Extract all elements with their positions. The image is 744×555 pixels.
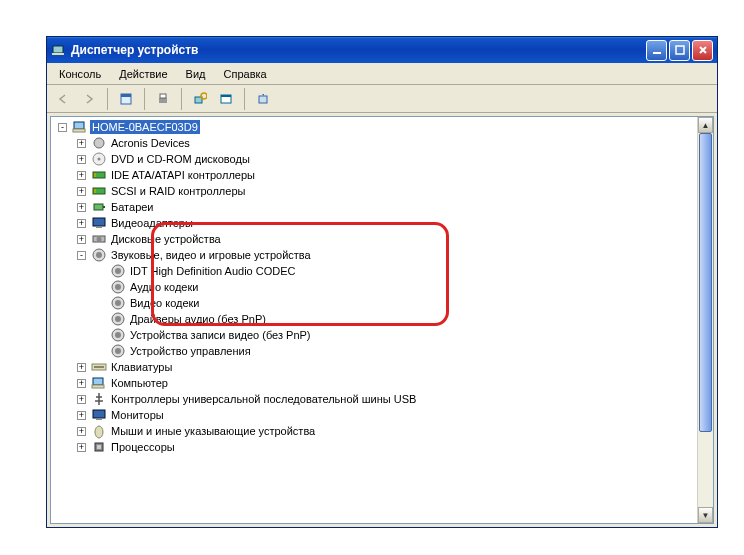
scroll-track[interactable] <box>698 133 713 507</box>
node-label[interactable]: HOME-0BAECF03D9 <box>90 120 200 134</box>
titlebar[interactable]: Диспетчер устройств <box>47 37 717 63</box>
tree-device[interactable]: Аудио кодеки <box>53 279 697 295</box>
tree-device[interactable]: Драйверы аудио (без PnP) <box>53 311 697 327</box>
tree-category[interactable]: +SCSI и RAID контроллеры <box>53 183 697 199</box>
node-label[interactable]: Процессоры <box>109 440 177 454</box>
tree-device[interactable]: Устройства записи видео (без PnP) <box>53 327 697 343</box>
tree-category[interactable]: +Компьютер <box>53 375 697 391</box>
keyboard-icon <box>91 359 107 375</box>
sound-icon <box>110 263 126 279</box>
tree-device[interactable]: Устройство управления <box>53 343 697 359</box>
node-label[interactable]: IDT High Definition Audio CODEC <box>128 264 297 278</box>
expander[interactable]: + <box>77 235 86 244</box>
node-label[interactable]: Мыши и иные указывающие устройства <box>109 424 317 438</box>
menu-help[interactable]: Справка <box>216 66 275 82</box>
svg-rect-22 <box>94 204 103 210</box>
node-label[interactable]: Дисковые устройства <box>109 232 223 246</box>
maximize-button[interactable] <box>669 40 690 61</box>
tree-category[interactable]: +Процессоры <box>53 439 697 455</box>
tree-category[interactable]: +Контроллеры универсальной последователь… <box>53 391 697 407</box>
expander[interactable]: + <box>77 443 86 452</box>
node-label[interactable]: Устройство управления <box>128 344 253 358</box>
node-label[interactable]: Видеоадаптеры <box>109 216 195 230</box>
scroll-thumb[interactable] <box>699 133 712 432</box>
expander[interactable]: + <box>77 203 86 212</box>
expander[interactable]: + <box>77 427 86 436</box>
svg-rect-21 <box>94 189 96 193</box>
expander[interactable]: + <box>77 171 86 180</box>
expander[interactable]: + <box>77 187 86 196</box>
svg-rect-46 <box>93 410 105 418</box>
close-button[interactable] <box>692 40 713 61</box>
node-label[interactable]: Батареи <box>109 200 156 214</box>
expander[interactable]: - <box>77 251 86 260</box>
tree-root[interactable]: -HOME-0BAECF03D9 <box>53 119 697 135</box>
print-button[interactable] <box>151 87 175 111</box>
menu-console[interactable]: Консоль <box>51 66 109 82</box>
tree-category[interactable]: +Дисковые устройства <box>53 231 697 247</box>
expander[interactable]: + <box>77 155 86 164</box>
tree-category[interactable]: +Мониторы <box>53 407 697 423</box>
node-label[interactable]: Устройства записи видео (без PnP) <box>128 328 313 342</box>
svg-rect-13 <box>74 122 84 129</box>
toolbar <box>47 85 717 113</box>
expander[interactable]: - <box>58 123 67 132</box>
battery-icon <box>91 199 107 215</box>
sound-icon <box>110 311 126 327</box>
menu-view[interactable]: Вид <box>178 66 214 82</box>
node-label[interactable]: SCSI и RAID контроллеры <box>109 184 247 198</box>
expander[interactable]: + <box>77 363 86 372</box>
node-label[interactable]: DVD и CD-ROM дисководы <box>109 152 252 166</box>
svg-rect-3 <box>676 46 684 54</box>
properties-button[interactable] <box>114 87 138 111</box>
svg-point-37 <box>115 316 121 322</box>
node-label[interactable]: Acronis Devices <box>109 136 192 150</box>
node-label[interactable]: Мониторы <box>109 408 166 422</box>
svg-rect-2 <box>653 52 661 54</box>
node-label[interactable]: Компьютер <box>109 376 170 390</box>
tree-category[interactable]: +Клавиатуры <box>53 359 697 375</box>
tree-category[interactable]: +Батареи <box>53 199 697 215</box>
scan-hardware-button[interactable] <box>188 87 212 111</box>
tree-category[interactable]: +Мыши и иные указывающие устройства <box>53 423 697 439</box>
node-label[interactable]: Видео кодеки <box>128 296 202 310</box>
node-label[interactable]: Звуковые, видео и игровые устройства <box>109 248 313 262</box>
tree-category[interactable]: +DVD и CD-ROM дисководы <box>53 151 697 167</box>
cd-icon <box>91 151 107 167</box>
tree-category[interactable]: +Acronis Devices <box>53 135 697 151</box>
node-label[interactable]: Аудио кодеки <box>128 280 200 294</box>
device-tree[interactable]: -HOME-0BAECF03D9+Acronis Devices+DVD и C… <box>51 117 697 523</box>
svg-point-15 <box>94 138 104 148</box>
vertical-scrollbar[interactable]: ▲ ▼ <box>697 117 713 523</box>
scroll-up-button[interactable]: ▲ <box>698 117 713 133</box>
expander[interactable]: + <box>77 379 86 388</box>
sound-icon <box>110 343 126 359</box>
back-button <box>51 87 75 111</box>
minimize-button[interactable] <box>646 40 667 61</box>
card-icon <box>91 183 107 199</box>
expander[interactable]: + <box>77 395 86 404</box>
expander[interactable]: + <box>77 219 86 228</box>
svg-rect-14 <box>73 129 85 132</box>
menu-action[interactable]: Действие <box>111 66 175 82</box>
uninstall-button[interactable] <box>251 87 275 111</box>
scroll-down-button[interactable]: ▼ <box>698 507 713 523</box>
svg-rect-25 <box>96 226 102 228</box>
expander[interactable]: + <box>77 139 86 148</box>
sound-icon <box>110 279 126 295</box>
mouse-icon <box>91 423 107 439</box>
tree-category-sound[interactable]: -Звуковые, видео и игровые устройства <box>53 247 697 263</box>
expander[interactable]: + <box>77 411 86 420</box>
node-label[interactable]: Клавиатуры <box>109 360 174 374</box>
svg-point-27 <box>97 237 102 242</box>
node-label[interactable]: Драйверы аудио (без PnP) <box>128 312 268 326</box>
tree-device[interactable]: IDT High Definition Audio CODEC <box>53 263 697 279</box>
display-icon <box>91 407 107 423</box>
node-label[interactable]: IDE ATA/ATAPI контроллеры <box>109 168 257 182</box>
tree-category[interactable]: +Видеоадаптеры <box>53 215 697 231</box>
tree-device[interactable]: Видео кодеки <box>53 295 697 311</box>
cpu-icon <box>91 439 107 455</box>
node-label[interactable]: Контроллеры универсальной последовательн… <box>109 392 418 406</box>
tree-category[interactable]: +IDE ATA/ATAPI контроллеры <box>53 167 697 183</box>
show-hidden-button[interactable] <box>214 87 238 111</box>
